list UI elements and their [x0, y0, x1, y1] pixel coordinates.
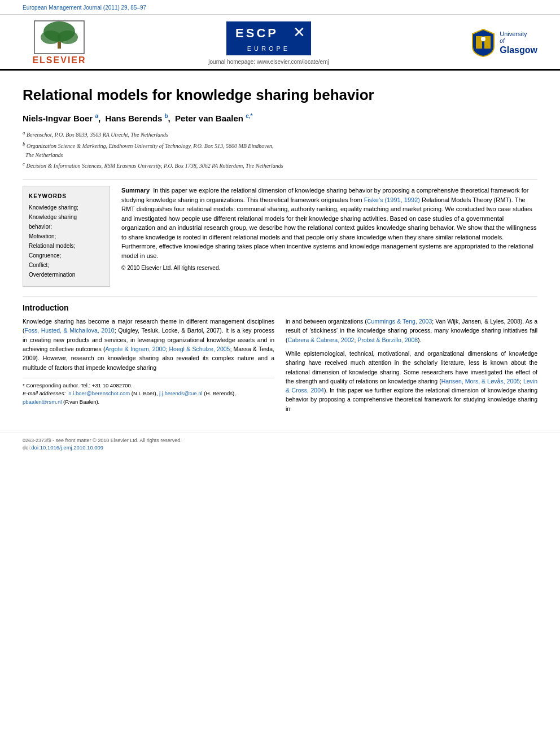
author-sup-a: a: [95, 113, 98, 119]
keyword-abstract-row: KEYWORDS Knowledge sharing; Knowledge sh…: [23, 186, 537, 287]
doi-line: doi:doi:10.1016/j.emj.2010.10.009: [23, 444, 537, 451]
main-content: Relational models for knowledge sharing …: [0, 71, 560, 429]
journal-ref: European Management Journal (2011) 29, 8…: [23, 5, 146, 11]
keyword-item: behavior;: [29, 222, 104, 231]
ref-hansen: Hansen, Mors, & Løvås, 2005: [441, 378, 520, 385]
ref-hoegl: Hoegl & Schulze, 2005: [169, 346, 230, 352]
intro-p3: While epistemological, technical, motiva…: [286, 349, 537, 413]
fiske-ref: Fiske's (1991, 1992): [364, 196, 420, 203]
email-berends: j.j.berends@tue.nl: [159, 390, 203, 396]
ref-foss: Foss, Husted, & Michailova, 2010: [25, 327, 115, 334]
keyword-item: Congruence;: [29, 251, 104, 260]
bottom-bar: 0263-2373/$ - see front matter © 2010 El…: [0, 433, 560, 453]
abstract-label: Summary: [121, 187, 153, 194]
glasgow-shield-icon: [471, 28, 495, 58]
body-columns: Knowledge sharing has become a major res…: [23, 317, 537, 418]
keywords-list: Knowledge sharing; Knowledge sharing beh…: [29, 203, 104, 279]
affiliations: a Berenschot, P.O. Box 8039, 3503 RA Utr…: [23, 129, 537, 171]
ref-probst: Probst & Borzillo, 2008: [357, 337, 418, 343]
elsevier-logo: ELSEVIER: [23, 20, 96, 65]
keyword-item: Conflict;: [29, 260, 104, 270]
keyword-item: Relational models;: [29, 241, 104, 251]
corresponding-author: * Corresponding author. Tel.: +31 10 408…: [23, 382, 274, 390]
europe-text: EUROPE: [226, 43, 311, 55]
email-line: E-mail addresses: n.i.boer@berenschot.co…: [23, 390, 274, 406]
ref-cabrera: Cabrera & Cabrera, 2002: [288, 337, 355, 343]
divider-top: [23, 180, 537, 180]
glasgow-university-text: University of Glasgow: [500, 30, 537, 55]
article-title: Relational models for knowledge sharing …: [23, 86, 537, 104]
keyword-item: Motivation;: [29, 231, 104, 241]
escp-text: ESCP: [226, 21, 287, 43]
author-sup-b: b: [164, 113, 168, 119]
email-baalen: pbaalen@rsm.nl: [23, 399, 62, 405]
body-section: Introduction Knowledge sharing has becom…: [23, 303, 537, 418]
svg-rect-4: [58, 42, 61, 49]
intro-p2: in and between organizations (Cummings &…: [286, 317, 537, 344]
abstract-text: Summary In this paper we explore the rel…: [121, 186, 537, 260]
top-bar: European Management Journal (2011) 29, 8…: [0, 0, 560, 15]
footnotes: * Corresponding author. Tel.: +31 10 408…: [23, 378, 274, 407]
keywords-title: KEYWORDS: [29, 193, 104, 199]
escp-star-icon: ✕: [287, 21, 311, 43]
elsevier-tree-icon: [34, 20, 85, 54]
authors-line: Niels-Ingvar Boer a, Hans Berends b, Pet…: [23, 113, 537, 123]
abstract-box: Summary In this paper we explore the rel…: [121, 186, 537, 287]
keywords-box: KEYWORDS Knowledge sharing; Knowledge sh…: [23, 186, 110, 287]
email-label: E-mail addresses:: [23, 390, 65, 396]
copyright-notice: © 2010 Elsevier Ltd. All rights reserved…: [121, 264, 537, 272]
header-section: ELSEVIER ESCP ✕ EUROPE journal homepage:…: [0, 15, 560, 71]
elsevier-wordmark: ELSEVIER: [32, 55, 86, 65]
author-sup-c: c,*: [246, 113, 252, 119]
glasgow-logo: University of Glasgow: [441, 28, 537, 58]
divider-mid: [23, 296, 537, 296]
ref-cummings: Cummings & Teng, 2003: [367, 318, 432, 325]
keyword-item: Knowledge sharing: [29, 212, 104, 222]
ref-argote: Argote & Ingram, 2000: [105, 346, 165, 352]
journal-homepage: journal homepage: www.elsevier.com/locat…: [208, 59, 329, 65]
issn-line: 0263-2373/$ - see front matter © 2010 El…: [23, 438, 537, 443]
page: European Management Journal (2011) 29, 8…: [0, 0, 560, 747]
introduction-title: Introduction: [23, 303, 537, 312]
body-col-right: in and between organizations (Cummings &…: [286, 317, 537, 418]
intro-p1: Knowledge sharing has become a major res…: [23, 317, 274, 372]
email-boer: n.i.boer@berenschot.com: [68, 390, 130, 396]
body-col-left: Knowledge sharing has become a major res…: [23, 317, 274, 418]
svg-point-9: [481, 37, 485, 41]
doi-link: doi:10.1016/j.emj.2010.10.009: [31, 444, 103, 451]
escp-logo-center: ESCP ✕ EUROPE journal homepage: www.else…: [96, 21, 441, 65]
keyword-item: Knowledge sharing;: [29, 203, 104, 212]
keyword-item: Overdetermination: [29, 270, 104, 279]
